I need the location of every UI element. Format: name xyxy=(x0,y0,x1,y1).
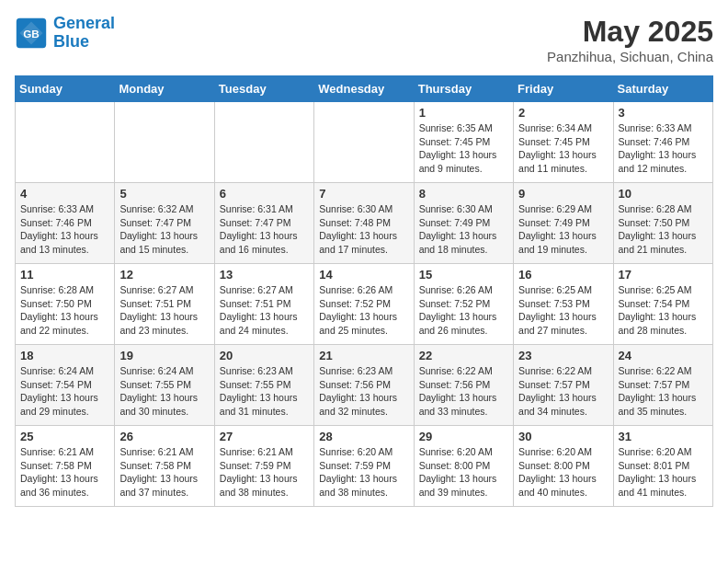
day-info: Sunrise: 6:31 AM Sunset: 7:47 PM Dayligh… xyxy=(220,202,309,257)
day-info: Sunrise: 6:26 AM Sunset: 7:52 PM Dayligh… xyxy=(319,283,408,338)
day-number: 16 xyxy=(518,268,608,282)
weekday-header: Tuesday xyxy=(214,76,313,102)
day-info: Sunrise: 6:24 AM Sunset: 7:55 PM Dayligh… xyxy=(119,364,209,419)
day-number: 26 xyxy=(119,430,209,443)
day-info: Sunrise: 6:33 AM Sunset: 7:46 PM Dayligh… xyxy=(619,121,708,176)
day-info: Sunrise: 6:20 AM Sunset: 7:59 PM Dayligh… xyxy=(319,445,408,500)
day-info: Sunrise: 6:30 AM Sunset: 7:49 PM Dayligh… xyxy=(419,202,508,257)
day-number: 6 xyxy=(220,187,309,201)
week-row: 1Sunrise: 6:35 AM Sunset: 7:45 PM Daylig… xyxy=(16,102,713,183)
logo-icon: GB xyxy=(15,17,48,50)
day-number: 19 xyxy=(119,349,209,362)
calendar-cell xyxy=(115,102,214,183)
day-number: 10 xyxy=(619,187,708,201)
day-info: Sunrise: 6:22 AM Sunset: 7:57 PM Dayligh… xyxy=(619,364,708,419)
day-number: 2 xyxy=(518,106,608,120)
calendar-cell: 16Sunrise: 6:25 AM Sunset: 7:53 PM Dayli… xyxy=(514,264,613,345)
calendar-cell xyxy=(314,102,414,183)
calendar-cell: 19Sunrise: 6:24 AM Sunset: 7:55 PM Dayli… xyxy=(115,345,214,426)
weekday-header: Friday xyxy=(514,76,613,102)
calendar-cell: 25Sunrise: 6:21 AM Sunset: 7:58 PM Dayli… xyxy=(16,426,115,507)
calendar-cell: 26Sunrise: 6:21 AM Sunset: 7:58 PM Dayli… xyxy=(115,426,214,507)
day-number: 21 xyxy=(319,349,408,362)
calendar-cell xyxy=(16,102,115,183)
calendar-cell: 2Sunrise: 6:34 AM Sunset: 7:45 PM Daylig… xyxy=(514,102,613,183)
day-number: 30 xyxy=(518,430,608,443)
day-info: Sunrise: 6:27 AM Sunset: 7:51 PM Dayligh… xyxy=(220,283,309,338)
week-row: 18Sunrise: 6:24 AM Sunset: 7:54 PM Dayli… xyxy=(16,345,713,426)
calendar-cell: 14Sunrise: 6:26 AM Sunset: 7:52 PM Dayli… xyxy=(314,264,414,345)
day-info: Sunrise: 6:20 AM Sunset: 8:01 PM Dayligh… xyxy=(619,445,708,500)
day-number: 9 xyxy=(518,187,608,201)
day-number: 11 xyxy=(20,268,109,282)
weekday-header: Wednesday xyxy=(314,76,414,102)
calendar-cell: 7Sunrise: 6:30 AM Sunset: 7:48 PM Daylig… xyxy=(314,183,414,264)
day-number: 12 xyxy=(119,268,209,282)
day-info: Sunrise: 6:25 AM Sunset: 7:53 PM Dayligh… xyxy=(518,283,608,338)
calendar-cell: 9Sunrise: 6:29 AM Sunset: 7:49 PM Daylig… xyxy=(514,183,613,264)
day-info: Sunrise: 6:34 AM Sunset: 7:45 PM Dayligh… xyxy=(518,121,608,176)
day-number: 29 xyxy=(419,430,508,443)
day-number: 5 xyxy=(119,187,209,201)
day-info: Sunrise: 6:28 AM Sunset: 7:50 PM Dayligh… xyxy=(20,283,109,338)
day-info: Sunrise: 6:20 AM Sunset: 8:00 PM Dayligh… xyxy=(419,445,508,500)
logo-text: General Blue xyxy=(53,15,115,52)
calendar-cell: 24Sunrise: 6:22 AM Sunset: 7:57 PM Dayli… xyxy=(613,345,712,426)
calendar-cell: 12Sunrise: 6:27 AM Sunset: 7:51 PM Dayli… xyxy=(115,264,214,345)
day-number: 14 xyxy=(319,268,408,282)
calendar-cell: 6Sunrise: 6:31 AM Sunset: 7:47 PM Daylig… xyxy=(214,183,313,264)
day-info: Sunrise: 6:27 AM Sunset: 7:51 PM Dayligh… xyxy=(119,283,209,338)
calendar-table: SundayMondayTuesdayWednesdayThursdayFrid… xyxy=(15,75,713,507)
day-number: 24 xyxy=(619,349,708,362)
day-number: 3 xyxy=(619,106,708,120)
day-info: Sunrise: 6:30 AM Sunset: 7:48 PM Dayligh… xyxy=(319,202,408,257)
day-number: 17 xyxy=(619,268,708,282)
calendar-cell: 27Sunrise: 6:21 AM Sunset: 7:59 PM Dayli… xyxy=(214,426,313,507)
calendar-cell: 20Sunrise: 6:23 AM Sunset: 7:55 PM Dayli… xyxy=(214,345,313,426)
day-number: 20 xyxy=(220,349,309,362)
calendar-cell: 8Sunrise: 6:30 AM Sunset: 7:49 PM Daylig… xyxy=(414,183,513,264)
day-number: 15 xyxy=(419,268,508,282)
day-info: Sunrise: 6:21 AM Sunset: 7:58 PM Dayligh… xyxy=(119,445,209,500)
day-number: 27 xyxy=(220,430,309,443)
day-info: Sunrise: 6:26 AM Sunset: 7:52 PM Dayligh… xyxy=(419,283,508,338)
day-number: 23 xyxy=(518,349,608,362)
calendar-cell: 23Sunrise: 6:22 AM Sunset: 7:57 PM Dayli… xyxy=(514,345,613,426)
calendar-cell: 21Sunrise: 6:23 AM Sunset: 7:56 PM Dayli… xyxy=(314,345,414,426)
weekday-header-row: SundayMondayTuesdayWednesdayThursdayFrid… xyxy=(16,76,713,102)
calendar-cell: 29Sunrise: 6:20 AM Sunset: 8:00 PM Dayli… xyxy=(414,426,513,507)
day-info: Sunrise: 6:35 AM Sunset: 7:45 PM Dayligh… xyxy=(419,121,508,176)
day-info: Sunrise: 6:24 AM Sunset: 7:54 PM Dayligh… xyxy=(20,364,109,419)
day-info: Sunrise: 6:22 AM Sunset: 7:56 PM Dayligh… xyxy=(419,364,508,419)
calendar-cell: 17Sunrise: 6:25 AM Sunset: 7:54 PM Dayli… xyxy=(613,264,712,345)
day-info: Sunrise: 6:20 AM Sunset: 8:00 PM Dayligh… xyxy=(518,445,608,500)
day-info: Sunrise: 6:22 AM Sunset: 7:57 PM Dayligh… xyxy=(518,364,608,419)
day-info: Sunrise: 6:28 AM Sunset: 7:50 PM Dayligh… xyxy=(619,202,708,257)
day-number: 8 xyxy=(419,187,508,201)
calendar-cell xyxy=(214,102,313,183)
calendar-cell: 13Sunrise: 6:27 AM Sunset: 7:51 PM Dayli… xyxy=(214,264,313,345)
day-number: 7 xyxy=(319,187,408,201)
page-header: GB General Blue May 2025 Panzhihua, Sich… xyxy=(15,15,713,64)
calendar-cell: 10Sunrise: 6:28 AM Sunset: 7:50 PM Dayli… xyxy=(613,183,712,264)
day-number: 4 xyxy=(20,187,109,201)
calendar-cell: 28Sunrise: 6:20 AM Sunset: 7:59 PM Dayli… xyxy=(314,426,414,507)
day-number: 18 xyxy=(20,349,109,362)
day-info: Sunrise: 6:23 AM Sunset: 7:56 PM Dayligh… xyxy=(319,364,408,419)
calendar-cell: 30Sunrise: 6:20 AM Sunset: 8:00 PM Dayli… xyxy=(514,426,613,507)
calendar-cell: 3Sunrise: 6:33 AM Sunset: 7:46 PM Daylig… xyxy=(613,102,712,183)
month-year: May 2025 xyxy=(547,15,713,49)
calendar-cell: 15Sunrise: 6:26 AM Sunset: 7:52 PM Dayli… xyxy=(414,264,513,345)
title-block: May 2025 Panzhihua, Sichuan, China xyxy=(547,15,713,64)
calendar-cell: 5Sunrise: 6:32 AM Sunset: 7:47 PM Daylig… xyxy=(115,183,214,264)
calendar-cell: 22Sunrise: 6:22 AM Sunset: 7:56 PM Dayli… xyxy=(414,345,513,426)
day-number: 28 xyxy=(319,430,408,443)
day-number: 1 xyxy=(419,106,508,120)
weekday-header: Thursday xyxy=(414,76,513,102)
weekday-header: Saturday xyxy=(613,76,712,102)
day-info: Sunrise: 6:23 AM Sunset: 7:55 PM Dayligh… xyxy=(220,364,309,419)
day-info: Sunrise: 6:25 AM Sunset: 7:54 PM Dayligh… xyxy=(619,283,708,338)
day-number: 25 xyxy=(20,430,109,443)
weekday-header: Sunday xyxy=(16,76,115,102)
logo-line2: Blue xyxy=(53,32,89,51)
